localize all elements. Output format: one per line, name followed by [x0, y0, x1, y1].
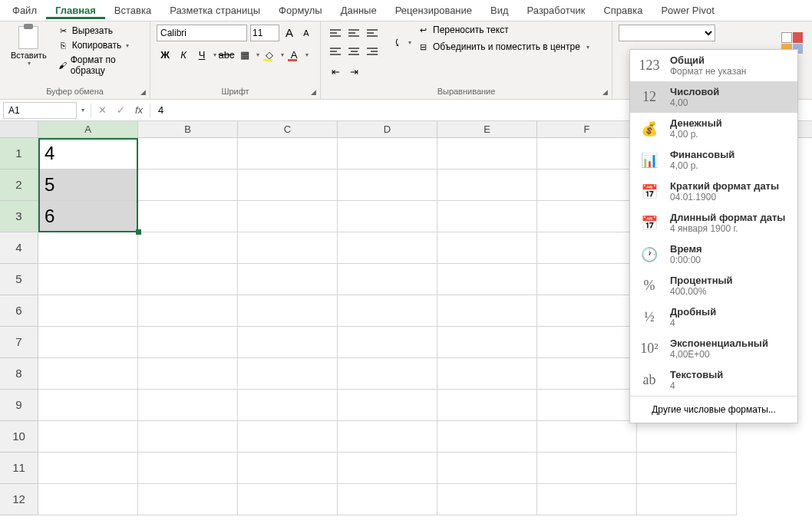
cell-F1[interactable] — [537, 138, 637, 170]
paste-button[interactable]: Вставить ▾ — [6, 25, 51, 68]
col-header-A[interactable]: A — [38, 121, 138, 137]
cell-E7[interactable] — [437, 327, 537, 358]
orientation-button[interactable]: ⤹ — [388, 34, 405, 51]
cell-D12[interactable] — [338, 484, 437, 515]
col-header-F[interactable]: F — [537, 121, 637, 137]
cell-B12[interactable] — [138, 484, 238, 515]
row-header-12[interactable]: 12 — [0, 484, 38, 515]
cell-A2[interactable]: 5 — [38, 170, 138, 201]
cell-F9[interactable] — [537, 390, 637, 421]
cell-F3[interactable] — [537, 201, 637, 232]
row-header-11[interactable]: 11 — [0, 453, 38, 484]
cell-C6[interactable] — [238, 295, 338, 327]
cell-F5[interactable] — [537, 264, 637, 295]
col-header-D[interactable]: D — [338, 121, 437, 137]
cell-B2[interactable] — [138, 170, 238, 201]
cell-B9[interactable] — [138, 390, 238, 421]
row-header-8[interactable]: 8 — [0, 358, 38, 390]
tab-рецензирование[interactable]: Рецензирование — [386, 2, 481, 19]
cell-C7[interactable] — [238, 327, 338, 358]
cell-A4[interactable] — [38, 232, 138, 264]
name-box[interactable] — [3, 102, 77, 119]
tab-разметка-страницы[interactable]: Разметка страницы — [160, 2, 269, 19]
format-option-дробный[interactable]: ½Дробный4 — [630, 301, 797, 333]
cell-C10[interactable] — [238, 421, 338, 453]
strike-button[interactable]: abc — [218, 46, 235, 63]
cell-A3[interactable]: 6 — [38, 201, 138, 232]
format-option-процентный[interactable]: %Процентный400,00% — [630, 270, 797, 301]
cell-E5[interactable] — [437, 264, 537, 295]
row-header-6[interactable]: 6 — [0, 295, 38, 327]
cell-F8[interactable] — [537, 358, 637, 390]
cell-D2[interactable] — [338, 170, 437, 201]
tab-вид[interactable]: Вид — [481, 2, 518, 19]
format-option-текстовый[interactable]: abТекстовый4 — [630, 364, 797, 396]
decrease-font-icon[interactable]: A — [299, 26, 313, 40]
cut-button[interactable]: ✂Вырезать — [56, 25, 144, 37]
font-name-select[interactable] — [157, 25, 247, 41]
tab-power-pivot[interactable]: Power Pivot — [652, 2, 723, 19]
cell-D7[interactable] — [338, 327, 437, 358]
align-bottom-button[interactable] — [364, 25, 381, 41]
row-header-1[interactable]: 1 — [0, 138, 38, 170]
tab-главная[interactable]: Главная — [46, 2, 105, 19]
format-option-краткий-формат-даты[interactable]: 📅Краткий формат даты04.01.1900 — [630, 176, 797, 207]
cell-B7[interactable] — [138, 327, 238, 358]
cell-F7[interactable] — [537, 327, 637, 358]
cell-C4[interactable] — [238, 232, 338, 264]
cell-B5[interactable] — [138, 264, 238, 295]
cell-B8[interactable] — [138, 358, 238, 390]
cell-E4[interactable] — [437, 232, 537, 264]
cell-D8[interactable] — [338, 358, 437, 390]
format-option-экспоненциальный[interactable]: 10²Экспоненциальный4,00E+00 — [630, 333, 797, 364]
align-center-button[interactable] — [345, 43, 362, 60]
cell-A12[interactable] — [38, 484, 138, 515]
cell-D11[interactable] — [338, 453, 437, 484]
cell-C9[interactable] — [238, 390, 338, 421]
format-option-длинный-формат-даты[interactable]: 📅Длинный формат даты4 января 1900 г. — [630, 207, 797, 239]
cell-F6[interactable] — [537, 295, 637, 327]
cell-A1[interactable]: 4 — [38, 138, 138, 170]
merge-center-button[interactable]: ⊟Объединить и поместить в центре▾ — [418, 41, 589, 52]
cell-E3[interactable] — [437, 201, 537, 232]
dialog-launcher[interactable]: ◢ — [309, 87, 318, 97]
row-header-9[interactable]: 9 — [0, 390, 38, 421]
cell-A5[interactable] — [38, 264, 138, 295]
cell-E6[interactable] — [437, 295, 537, 327]
fx-button[interactable]: fx — [130, 102, 148, 119]
format-painter-button[interactable]: 🖌Формат по образцу — [56, 54, 144, 77]
row-header-7[interactable]: 7 — [0, 327, 38, 358]
cell-F10[interactable] — [537, 421, 637, 453]
align-left-button[interactable] — [327, 43, 344, 60]
copy-button[interactable]: ⎘Копировать▾ — [56, 39, 144, 51]
cell-B6[interactable] — [138, 295, 238, 327]
dialog-launcher[interactable]: ◢ — [600, 87, 609, 97]
cell-F11[interactable] — [537, 453, 637, 484]
dialog-launcher[interactable]: ◢ — [138, 87, 147, 97]
cell-C8[interactable] — [238, 358, 338, 390]
cell-E9[interactable] — [437, 390, 537, 421]
cell-B4[interactable] — [138, 232, 238, 264]
format-option-денежный[interactable]: 💰Денежный4,00 р. — [630, 113, 797, 144]
italic-button[interactable]: К — [175, 46, 192, 63]
col-header-E[interactable]: E — [437, 121, 537, 137]
cell-C5[interactable] — [238, 264, 338, 295]
borders-button[interactable]: ▦ — [236, 46, 253, 63]
tab-вставка[interactable]: Вставка — [105, 2, 160, 19]
tab-формулы[interactable]: Формулы — [269, 2, 332, 19]
format-option-числовой[interactable]: 12Числовой4,00 — [630, 81, 797, 113]
format-option-общий[interactable]: 123ОбщийФормат не указан — [630, 50, 797, 81]
row-header-5[interactable]: 5 — [0, 264, 38, 295]
number-format-select[interactable] — [619, 25, 715, 41]
font-size-select[interactable] — [250, 25, 279, 41]
format-option-финансовый[interactable]: 📊Финансовый4,00 р. — [630, 144, 797, 176]
tab-данные[interactable]: Данные — [332, 2, 386, 19]
row-header-4[interactable]: 4 — [0, 232, 38, 264]
cell-A7[interactable] — [38, 327, 138, 358]
col-header-C[interactable]: C — [238, 121, 338, 137]
cell-D10[interactable] — [338, 421, 437, 453]
select-all-corner[interactable] — [0, 121, 38, 137]
cell-C3[interactable] — [238, 201, 338, 232]
cell-F2[interactable] — [537, 170, 637, 201]
align-right-button[interactable] — [364, 43, 381, 60]
